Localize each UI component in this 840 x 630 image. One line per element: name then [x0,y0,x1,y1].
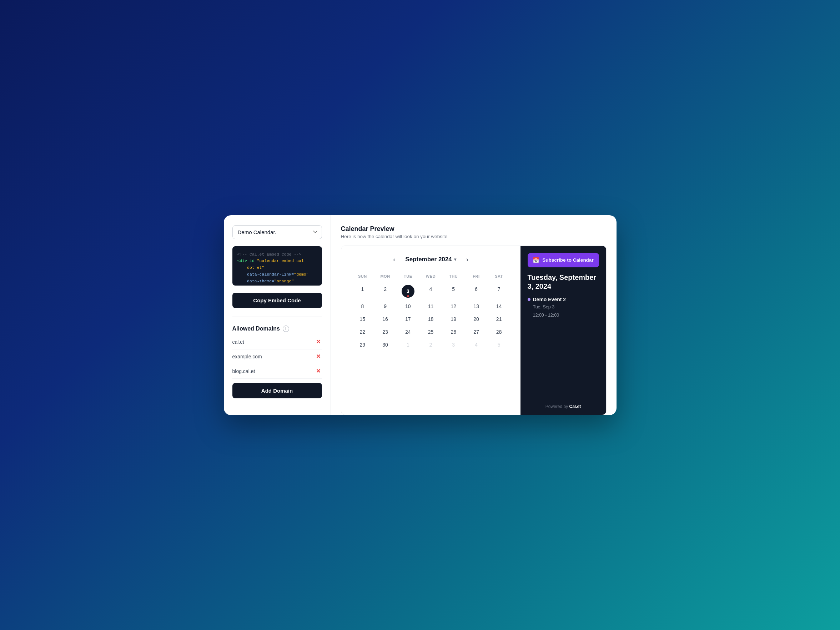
calendar-day[interactable]: 16 [374,313,396,325]
calendar-day[interactable]: 6 [465,283,488,300]
calendar-day-other-month: 3 [442,338,465,351]
calendar-day-other-month: 5 [488,338,510,351]
calendar-navigation: ‹ September 2024 ▾ › [351,254,510,265]
remove-domain-button[interactable]: ✕ [314,338,322,346]
calendar-main: ‹ September 2024 ▾ › SUN MON TUE WED THU… [341,246,521,415]
domain-item: blog.cal.et ✕ [232,364,322,379]
domain-name: example.com [232,354,262,360]
calendar-day[interactable]: 10 [396,300,420,313]
calendar-day[interactable]: 11 [420,300,442,313]
domain-name: blog.cal.et [232,368,255,374]
domain-list: cal.et ✕ example.com ✕ blog.cal.et ✕ [232,335,322,379]
calendar-day[interactable]: 23 [374,325,396,338]
calendar-day-wrapper: 3 [396,283,420,300]
footer-brand: Cal.et [569,404,581,409]
calendar-container: ‹ September 2024 ▾ › SUN MON TUE WED THU… [341,246,606,415]
copy-embed-button[interactable]: Copy Embed Code [232,293,322,308]
add-domain-button[interactable]: Add Domain [232,383,322,398]
calendar-day[interactable]: 26 [442,325,465,338]
code-line-2: <div id="calendar-embed-cal- [237,258,317,264]
divider [232,317,322,317]
day-header-mon: MON [374,272,396,283]
calendar-today[interactable]: 3 [402,285,414,298]
calendar-day[interactable]: 25 [420,325,442,338]
event-name: Demo Event 2 [533,297,566,302]
footer-text: Powered by [545,404,569,409]
calendar-selector[interactable]: Demo Calendar. Personal Calendar Work Ca… [232,225,322,239]
calendar-day[interactable]: 18 [420,313,442,325]
right-panel: Calendar Preview Here is how the calenda… [331,215,617,415]
code-line-1: <!-- Cal.et Embed Code --> [237,251,317,258]
sidebar-footer: Powered by Cal.et [527,399,599,409]
domain-item: cal.et ✕ [232,335,322,349]
calendar-day[interactable]: 4 [420,283,442,300]
event-time: 12:00 - 12:00 [527,312,599,319]
calendar-day[interactable]: 28 [488,325,510,338]
event-dot [527,298,531,301]
allowed-domains-header: Allowed Domains i [232,325,322,332]
month-title[interactable]: September 2024 ▾ [405,256,456,263]
code-line-6: data-allow-single-event- [237,285,317,285]
calendar-day[interactable]: 29 [351,338,374,351]
calendar-day[interactable]: 2 [374,283,396,300]
calendar-day[interactable]: 13 [465,300,488,313]
calendar-day[interactable]: 20 [465,313,488,325]
calendar-day-other-month: 4 [465,338,488,351]
code-line-3: dot-et" [237,264,317,271]
calendar-day[interactable]: 30 [374,338,396,351]
calendar-icon: 📅 [533,257,539,264]
embed-dialog: Demo Calendar. Personal Calendar Work Ca… [224,215,617,415]
preview-title: Calendar Preview [341,225,606,233]
left-panel: Demo Calendar. Personal Calendar Work Ca… [224,215,331,415]
calendar-day[interactable]: 21 [488,313,510,325]
event-card: Demo Event 2 Tue, Sep 3 12:00 - 12:00 [527,297,599,319]
subscribe-label: Subscribe to Calendar [542,257,593,263]
month-year-label: September 2024 [405,256,452,263]
next-month-button[interactable]: › [463,254,471,265]
remove-domain-button[interactable]: ✕ [314,353,322,360]
selected-date: Tuesday, September 3, 2024 [527,273,599,291]
calendar-day[interactable]: 5 [442,283,465,300]
preview-header: Calendar Preview Here is how the calenda… [341,225,606,239]
remove-domain-button[interactable]: ✕ [314,368,322,375]
day-header-sat: SAT [488,272,510,283]
calendar-day[interactable]: 9 [374,300,396,313]
code-line-5: data-theme="orange" [237,278,317,285]
calendar-day[interactable]: 22 [351,325,374,338]
domain-item: example.com ✕ [232,349,322,364]
day-header-wed: WED [420,272,442,283]
day-header-thu: THU [442,272,465,283]
calendar-day[interactable]: 19 [442,313,465,325]
calendar-day[interactable]: 14 [488,300,510,313]
subscribe-button[interactable]: 📅 Subscribe to Calendar [527,253,599,267]
calendar-day[interactable]: 8 [351,300,374,313]
day-header-tue: TUE [396,272,420,283]
code-line-4: data-calendar-link="demo" [237,271,317,278]
prev-month-button[interactable]: ‹ [390,254,398,265]
allowed-domains-label: Allowed Domains [232,325,280,332]
calendar-day-other-month: 2 [420,338,442,351]
calendar-sidebar: 📅 Subscribe to Calendar Tuesday, Septemb… [521,246,606,415]
allowed-domains-section: Allowed Domains i cal.et ✕ example.com ✕… [232,325,322,398]
calendar-day[interactable]: 1 [351,283,374,300]
calendar-day[interactable]: 27 [465,325,488,338]
calendar-grid: SUN MON TUE WED THU FRI SAT 1 2 3 4 5 6 [351,272,510,351]
calendar-day[interactable]: 17 [396,313,420,325]
day-header-fri: FRI [465,272,488,283]
info-icon[interactable]: i [283,325,289,332]
preview-subtitle: Here is how the calendar will look on yo… [341,234,606,239]
embed-code-block: <!-- Cal.et Embed Code --> <div id="cale… [232,246,322,286]
calendar-day[interactable]: 12 [442,300,465,313]
event-date: Tue, Sep 3 [527,303,599,311]
day-header-sun: SUN [351,272,374,283]
calendar-day[interactable]: 24 [396,325,420,338]
event-name-row: Demo Event 2 [527,297,599,302]
month-dropdown-arrow: ▾ [454,257,456,262]
calendar-day[interactable]: 15 [351,313,374,325]
calendar-day-other-month: 1 [396,338,420,351]
domain-name: cal.et [232,339,244,345]
calendar-day[interactable]: 7 [488,283,510,300]
